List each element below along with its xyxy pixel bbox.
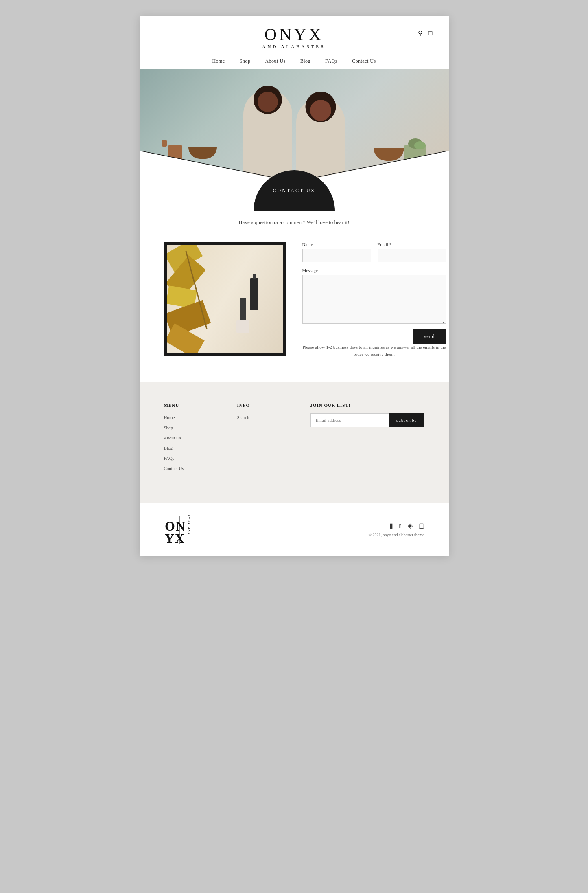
nav-contact[interactable]: Contact Us xyxy=(352,58,376,64)
footer-menu-links: Home Shop About Us Blog FAQs Contact Us xyxy=(164,413,221,472)
footer-bottom: ON YX AND ALABASTER ▮ 𝕣 ◈ ▢ © 2021, onyx… xyxy=(140,503,449,556)
email-input[interactable] xyxy=(378,249,446,262)
footer-menu-shop: Shop xyxy=(164,423,221,431)
footer-link-about[interactable]: About Us xyxy=(164,435,181,440)
footer-menu-faqs: FAQs xyxy=(164,454,221,461)
footer-top: MENU Home Shop About Us Blog FAQs Contac… xyxy=(164,403,424,474)
hero-vase-neck xyxy=(162,140,167,147)
newsletter-email-input[interactable] xyxy=(310,413,389,427)
form-note: Please allow 1-2 business days to all in… xyxy=(302,344,446,358)
send-button[interactable]: send xyxy=(413,329,446,344)
name-input[interactable] xyxy=(302,249,371,262)
footer-link-contact[interactable]: Contact Us xyxy=(164,466,184,471)
person-left-face xyxy=(258,92,278,112)
footer-link-shop[interactable]: Shop xyxy=(164,425,173,430)
nav-shop[interactable]: Shop xyxy=(240,58,251,64)
page-wrapper: ONYX AND ALABASTER ⚲ □ Home Shop About U… xyxy=(140,16,449,556)
footer-logo: ON YX AND ALABASTER xyxy=(164,515,192,544)
contact-badge-container: CONTACT US xyxy=(140,182,449,211)
nav-faqs[interactable]: FAQs xyxy=(325,58,337,64)
name-label: Name xyxy=(302,242,371,247)
newsletter-form: subscribe xyxy=(310,413,424,427)
contact-content: Name Email * Message send Please allow 1… xyxy=(164,242,424,358)
nav-about[interactable]: About Us xyxy=(265,58,285,64)
header: ONYX AND ALABASTER ⚲ □ Home Shop About U… xyxy=(140,16,449,69)
footer-logo-mark: ON YX AND ALABASTER xyxy=(164,515,192,544)
footer-info-search: Search xyxy=(237,413,294,421)
contact-image xyxy=(164,242,286,356)
contact-badge-label: CONTACT US xyxy=(273,188,315,194)
logo-subtitle: AND ALABASTER xyxy=(262,44,326,49)
footer-info-heading: INFO xyxy=(237,403,294,408)
subscribe-button[interactable]: subscribe xyxy=(389,413,424,427)
footer-menu-about: About Us xyxy=(164,434,221,441)
message-textarea[interactable] xyxy=(302,275,446,324)
site-logo: ONYX AND ALABASTER xyxy=(156,26,433,49)
pinterest-icon[interactable]: ◈ xyxy=(408,522,413,529)
cart-icon[interactable]: □ xyxy=(428,30,433,37)
footer-menu-col: MENU Home Shop About Us Blog FAQs Contac… xyxy=(164,403,221,474)
svg-text:YX: YX xyxy=(165,531,185,544)
bottle-large xyxy=(240,298,246,323)
facebook-icon[interactable]: ▮ xyxy=(389,522,393,529)
footer-link-search[interactable]: Search xyxy=(237,415,249,420)
footer-logo-svg: ON YX AND ALABASTER xyxy=(164,515,192,544)
footer-newsletter-heading: JOIN OUR LIST! xyxy=(310,403,424,408)
main-nav: Home Shop About Us Blog FAQs Contact Us xyxy=(156,53,433,69)
form-group-message: Message xyxy=(302,268,446,329)
footer-right: ▮ 𝕣 ◈ ▢ © 2021, onyx and alabaster theme xyxy=(368,522,424,537)
contact-subtitle: Have a question or a comment? We'd love … xyxy=(164,219,424,226)
form-group-email: Email * xyxy=(378,242,446,262)
email-label: Email * xyxy=(378,242,446,247)
person-right-face xyxy=(310,100,331,121)
footer: MENU Home Shop About Us Blog FAQs Contac… xyxy=(140,382,449,503)
social-icons: ▮ 𝕣 ◈ ▢ xyxy=(368,522,424,529)
svg-text:AND ALABASTER: AND ALABASTER xyxy=(188,515,191,535)
hero-section xyxy=(140,69,449,183)
twitter-icon[interactable]: 𝕣 xyxy=(399,522,402,529)
footer-link-home[interactable]: Home xyxy=(164,415,175,420)
footer-link-faqs[interactable]: FAQs xyxy=(164,456,174,461)
nav-home[interactable]: Home xyxy=(212,58,225,64)
form-group-name: Name xyxy=(302,242,371,262)
copyright: © 2021, onyx and alabaster theme xyxy=(368,533,424,537)
contact-banner: CONTACT US xyxy=(140,182,449,211)
footer-menu-blog: Blog xyxy=(164,444,221,451)
footer-menu-home: Home xyxy=(164,413,221,421)
footer-info-links: Search xyxy=(237,413,294,421)
logo-title: ONYX xyxy=(264,26,324,43)
bottle-small xyxy=(250,278,258,310)
instagram-icon[interactable]: ▢ xyxy=(418,522,424,529)
footer-menu-heading: MENU xyxy=(164,403,221,408)
header-actions: ⚲ □ xyxy=(418,29,433,37)
footer-info-col: INFO Search xyxy=(237,403,294,474)
message-label: Message xyxy=(302,268,446,273)
bottle-label xyxy=(236,320,249,333)
footer-menu-contact: Contact Us xyxy=(164,464,221,472)
form-row-name-email: Name Email * xyxy=(302,242,446,262)
search-icon[interactable]: ⚲ xyxy=(418,29,423,37)
footer-link-blog[interactable]: Blog xyxy=(164,445,173,450)
contact-image-inner xyxy=(167,245,283,353)
nav-blog[interactable]: Blog xyxy=(300,58,310,64)
plant-leaf2 xyxy=(414,141,426,149)
contact-form: Name Email * Message send Please allow 1… xyxy=(302,242,446,358)
contact-section: Have a question or a comment? We'd love … xyxy=(140,211,449,382)
footer-newsletter-col: JOIN OUR LIST! subscribe xyxy=(310,403,424,474)
